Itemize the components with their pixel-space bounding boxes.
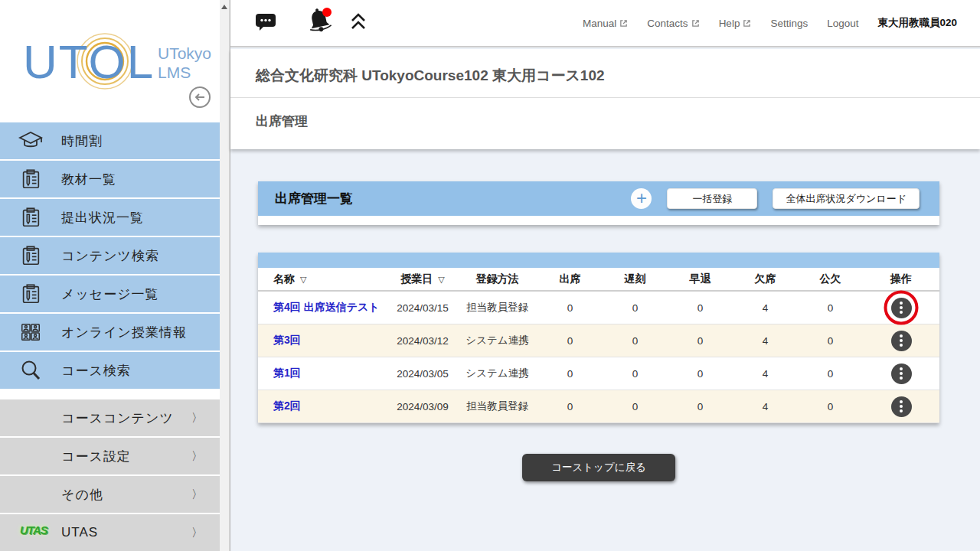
sidebar-item-utas[interactable]: UTAS UTAS 〉 (0, 514, 220, 551)
chevron-right-icon: 〉 (191, 449, 203, 464)
contacts-link[interactable]: Contacts (647, 18, 699, 29)
attendance-name-link[interactable]: 第3回 (273, 334, 301, 346)
row-actions-kebab-menu[interactable] (891, 396, 912, 417)
table-row: 第2回 2024/03/09 担当教員登録 0 0 0 4 0 (258, 390, 939, 423)
sidebar: UTOL UTokyo LMS 時間割 (0, 0, 220, 551)
chat-icon[interactable] (255, 11, 276, 34)
course-title: 総合文化研究科 UTokyoCourse102 東大用コース102 (230, 49, 980, 86)
sidebar-item-label: 教材一覧 (61, 171, 116, 188)
sidebar-item-course-contents[interactable]: コースコンテンツ 〉 (0, 399, 220, 436)
sidebar-item-course-search[interactable]: コース検索 (0, 352, 220, 389)
late-count: 0 (603, 368, 668, 380)
sidebar-item-online-class[interactable]: オンライン授業情報 (0, 314, 220, 350)
attendance-list-panel: 出席管理一覧 + 一括登録 全体出席状況ダウンロード (258, 181, 939, 225)
sidebar-item-others[interactable]: その他 〉 (0, 476, 220, 513)
arrow-left-icon (194, 91, 206, 103)
early-leave-count: 0 (668, 401, 733, 412)
absent-count: 4 (733, 335, 798, 347)
sidebar-item-label: 提出状況一覧 (61, 209, 144, 227)
help-link[interactable]: Help (719, 18, 752, 29)
sidebar-item-label: コースコンテンツ (61, 409, 174, 427)
absent-count: 4 (733, 401, 798, 412)
utol-logo: UTOL UTokyo LMS (21, 23, 213, 96)
column-header-early: 早退 (668, 272, 733, 286)
back-button-wrap: コーストップに戻る (258, 454, 939, 481)
manual-link[interactable]: Manual (583, 18, 628, 29)
early-leave-count: 0 (668, 368, 733, 380)
external-link-icon (743, 19, 751, 28)
page-title: 出席管理 (230, 98, 980, 130)
back-to-course-top-button[interactable]: コーストップに戻る (522, 454, 675, 481)
clipboard-icon (0, 206, 61, 229)
column-header-name[interactable]: 名称 ▽ (258, 272, 388, 286)
chevron-right-icon: 〉 (191, 411, 203, 425)
early-leave-count: 0 (668, 302, 733, 314)
excused-count: 0 (798, 368, 863, 380)
table-row: 第3回 2024/03/12 システム連携 0 0 0 4 0 (258, 324, 939, 357)
class-date: 2024/03/15 (388, 302, 457, 314)
present-count: 0 (537, 368, 603, 380)
clipboard-icon (0, 168, 61, 191)
add-attendance-button[interactable]: + (631, 188, 652, 209)
sidebar-item-materials[interactable]: 教材一覧 (0, 161, 220, 197)
sidebar-item-submissions[interactable]: 提出状況一覧 (0, 199, 220, 236)
clipboard-icon (0, 244, 61, 267)
sidebar-item-label: 時間割 (61, 132, 103, 150)
collapse-all-icon[interactable] (348, 11, 368, 34)
excused-count: 0 (798, 401, 863, 412)
logout-link[interactable]: Logout (827, 18, 858, 29)
registration-method: システム連携 (457, 334, 537, 347)
sidebar-scrollbar[interactable] (220, 0, 230, 551)
column-header-absent: 欠席 (733, 272, 798, 286)
sidebar-item-label: メッセージ一覧 (61, 285, 159, 303)
bulk-register-button[interactable]: 一括登録 (667, 188, 757, 209)
sidebar-item-content-search[interactable]: コンテンツ検索 (0, 237, 220, 274)
sidebar-menu: 時間割 教材一覧 提出状況一覧 (0, 122, 220, 389)
class-date: 2024/03/12 (388, 335, 457, 347)
external-link-icon (619, 19, 628, 28)
settings-link[interactable]: Settings (770, 18, 808, 29)
list-controls: + 一括登録 全体出席状況ダウンロード (631, 188, 920, 209)
notification-bell-icon[interactable] (307, 7, 333, 39)
early-leave-count: 0 (668, 335, 733, 347)
sidebar-item-messages[interactable]: メッセージ一覧 (0, 276, 220, 312)
excused-count: 0 (798, 335, 863, 347)
attendance-name-link[interactable]: 第2回 (273, 399, 301, 412)
actions-cell (863, 331, 939, 351)
notification-badge-dot (322, 8, 332, 17)
topbar: Manual Contacts Help (230, 0, 980, 47)
manual-link-label: Manual (583, 18, 616, 29)
sidebar-item-label: コース設定 (61, 448, 131, 465)
sidebar-item-label: オンライン授業情報 (61, 324, 187, 341)
help-link-label: Help (719, 18, 740, 29)
sidebar-collapse-button[interactable] (189, 86, 211, 108)
row-actions-kebab-menu[interactable] (891, 298, 912, 318)
class-date: 2024/03/05 (388, 368, 457, 380)
column-header-date[interactable]: 授業日 ▽ (388, 272, 457, 286)
page-header-panel: 総合文化研究科 UTokyoCourse102 東大用コース102 出席管理 (230, 49, 980, 149)
absent-count: 4 (733, 302, 798, 314)
download-attendance-button[interactable]: 全体出席状況ダウンロード (773, 188, 920, 209)
present-count: 0 (537, 401, 603, 412)
contacts-link-label: Contacts (647, 18, 688, 29)
class-date: 2024/03/09 (388, 401, 457, 412)
actions-cell (863, 396, 939, 417)
external-link-icon (691, 19, 700, 28)
chevron-right-icon: 〉 (191, 526, 203, 540)
attendance-name-link[interactable]: 第4回 出席送信テスト (273, 301, 380, 313)
registration-method: 担当教員登録 (457, 399, 537, 413)
sidebar-item-timetable[interactable]: 時間割 (0, 122, 220, 159)
scroll-up-arrow-icon[interactable] (221, 5, 227, 9)
column-header-excused: 公欠 (798, 272, 863, 286)
sidebar-item-label: コンテンツ検索 (61, 247, 159, 265)
logo-tagline-2: LMS (158, 64, 191, 81)
row-actions-kebab-menu[interactable] (891, 364, 912, 384)
attendance-name-link[interactable]: 第1回 (273, 367, 301, 379)
table-row: 第1回 2024/03/05 システム連携 0 0 0 4 0 (258, 357, 939, 390)
attendance-list-body (258, 216, 939, 225)
row-actions-kebab-menu[interactable] (891, 331, 912, 351)
sort-icon[interactable]: ▽ (300, 275, 306, 284)
column-header-late: 遅刻 (603, 272, 668, 286)
sort-icon[interactable]: ▽ (438, 275, 444, 284)
sidebar-item-course-settings[interactable]: コース設定 〉 (0, 438, 220, 474)
